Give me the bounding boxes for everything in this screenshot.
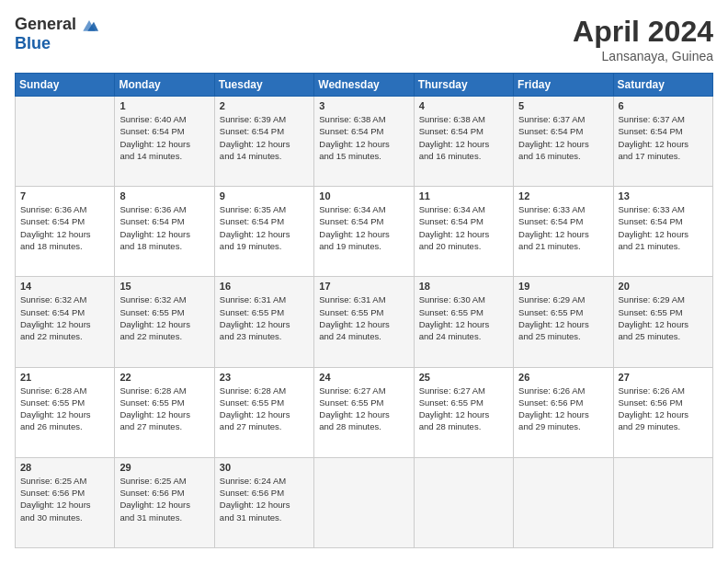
day-number: 13	[619, 190, 708, 201]
table-row: 8Sunrise: 6:36 AM Sunset: 6:54 PM Daylig…	[115, 187, 214, 277]
day-info: Sunrise: 6:38 AM Sunset: 6:54 PM Dayligh…	[319, 113, 408, 162]
day-number: 16	[220, 281, 309, 292]
day-info: Sunrise: 6:27 AM Sunset: 6:55 PM Dayligh…	[419, 385, 508, 433]
table-row	[414, 457, 513, 547]
day-info: Sunrise: 6:25 AM Sunset: 6:56 PM Dayligh…	[119, 475, 209, 523]
day-info: Sunrise: 6:25 AM Sunset: 6:56 PM Dayligh…	[20, 475, 109, 523]
day-number: 25	[419, 372, 508, 383]
day-number: 12	[518, 190, 608, 201]
table-row: 22Sunrise: 6:28 AM Sunset: 6:55 PM Dayli…	[115, 367, 214, 457]
table-row: 17Sunrise: 6:31 AM Sunset: 6:55 PM Dayli…	[314, 277, 414, 367]
day-info: Sunrise: 6:37 AM Sunset: 6:54 PM Dayligh…	[619, 113, 708, 162]
day-number: 28	[20, 462, 109, 473]
logo-blue-text: Blue	[15, 34, 51, 53]
header-wednesday: Wednesday	[314, 74, 414, 97]
table-row: 1Sunrise: 6:40 AM Sunset: 6:54 PM Daylig…	[115, 97, 214, 187]
table-row: 26Sunrise: 6:26 AM Sunset: 6:56 PM Dayli…	[514, 367, 613, 457]
day-info: Sunrise: 6:36 AM Sunset: 6:54 PM Dayligh…	[20, 203, 109, 252]
day-info: Sunrise: 6:24 AM Sunset: 6:56 PM Dayligh…	[220, 475, 309, 523]
day-number: 20	[619, 281, 708, 292]
day-number: 23	[220, 372, 309, 383]
day-number: 24	[319, 372, 408, 383]
day-info: Sunrise: 6:34 AM Sunset: 6:54 PM Dayligh…	[319, 203, 408, 252]
day-number: 4	[419, 100, 508, 111]
page: General Blue April 2024 Lansanaya, Guine…	[0, 0, 728, 563]
calendar-week-row: 28Sunrise: 6:25 AM Sunset: 6:56 PM Dayli…	[16, 457, 713, 547]
header-thursday: Thursday	[414, 74, 513, 97]
table-row: 27Sunrise: 6:26 AM Sunset: 6:56 PM Dayli…	[613, 367, 712, 457]
logo: General Blue	[15, 15, 98, 53]
day-number: 21	[20, 372, 109, 383]
day-number: 2	[220, 100, 309, 111]
calendar-week-row: 21Sunrise: 6:28 AM Sunset: 6:55 PM Dayli…	[16, 367, 713, 457]
table-row: 2Sunrise: 6:39 AM Sunset: 6:54 PM Daylig…	[214, 97, 313, 187]
day-info: Sunrise: 6:34 AM Sunset: 6:54 PM Dayligh…	[419, 203, 508, 252]
title-area: April 2024 Lansanaya, Guinea	[573, 15, 713, 63]
day-info: Sunrise: 6:32 AM Sunset: 6:55 PM Dayligh…	[119, 293, 209, 342]
location-subtitle: Lansanaya, Guinea	[573, 49, 713, 63]
day-number: 3	[319, 100, 408, 111]
day-info: Sunrise: 6:40 AM Sunset: 6:54 PM Dayligh…	[119, 113, 209, 162]
day-number: 29	[119, 462, 209, 473]
header-sunday: Sunday	[16, 74, 115, 97]
day-info: Sunrise: 6:36 AM Sunset: 6:54 PM Dayligh…	[119, 203, 209, 252]
table-row: 5Sunrise: 6:37 AM Sunset: 6:54 PM Daylig…	[514, 97, 613, 187]
table-row	[514, 457, 613, 547]
table-row: 4Sunrise: 6:38 AM Sunset: 6:54 PM Daylig…	[414, 97, 513, 187]
logo-general-text: General	[15, 15, 76, 34]
day-info: Sunrise: 6:26 AM Sunset: 6:56 PM Dayligh…	[518, 385, 608, 433]
header-monday: Monday	[115, 74, 214, 97]
table-row: 11Sunrise: 6:34 AM Sunset: 6:54 PM Dayli…	[414, 187, 513, 277]
logo-icon	[80, 16, 98, 34]
day-number: 9	[220, 190, 309, 201]
table-row: 23Sunrise: 6:28 AM Sunset: 6:55 PM Dayli…	[214, 367, 313, 457]
table-row: 19Sunrise: 6:29 AM Sunset: 6:55 PM Dayli…	[514, 277, 613, 367]
table-row: 9Sunrise: 6:35 AM Sunset: 6:54 PM Daylig…	[214, 187, 313, 277]
day-info: Sunrise: 6:31 AM Sunset: 6:55 PM Dayligh…	[319, 293, 408, 342]
header: General Blue April 2024 Lansanaya, Guine…	[15, 15, 713, 63]
table-row: 16Sunrise: 6:31 AM Sunset: 6:55 PM Dayli…	[214, 277, 313, 367]
month-title: April 2024	[573, 15, 713, 49]
day-number: 11	[419, 190, 508, 201]
day-number: 14	[20, 281, 109, 292]
day-info: Sunrise: 6:33 AM Sunset: 6:54 PM Dayligh…	[518, 203, 608, 252]
day-info: Sunrise: 6:29 AM Sunset: 6:55 PM Dayligh…	[619, 293, 708, 342]
header-tuesday: Tuesday	[214, 74, 313, 97]
day-number: 18	[419, 281, 508, 292]
day-number: 30	[220, 462, 309, 473]
header-saturday: Saturday	[613, 74, 712, 97]
day-number: 15	[119, 281, 209, 292]
day-info: Sunrise: 6:28 AM Sunset: 6:55 PM Dayligh…	[20, 385, 109, 433]
calendar-week-row: 7Sunrise: 6:36 AM Sunset: 6:54 PM Daylig…	[16, 187, 713, 277]
weekday-header-row: Sunday Monday Tuesday Wednesday Thursday…	[16, 74, 713, 97]
table-row: 13Sunrise: 6:33 AM Sunset: 6:54 PM Dayli…	[613, 187, 712, 277]
table-row	[613, 457, 712, 547]
day-info: Sunrise: 6:26 AM Sunset: 6:56 PM Dayligh…	[619, 385, 708, 433]
table-row: 18Sunrise: 6:30 AM Sunset: 6:55 PM Dayli…	[414, 277, 513, 367]
day-number: 5	[518, 100, 608, 111]
calendar-week-row: 14Sunrise: 6:32 AM Sunset: 6:54 PM Dayli…	[16, 277, 713, 367]
table-row: 24Sunrise: 6:27 AM Sunset: 6:55 PM Dayli…	[314, 367, 414, 457]
table-row: 28Sunrise: 6:25 AM Sunset: 6:56 PM Dayli…	[16, 457, 115, 547]
table-row: 29Sunrise: 6:25 AM Sunset: 6:56 PM Dayli…	[115, 457, 214, 547]
day-number: 10	[319, 190, 408, 201]
day-info: Sunrise: 6:30 AM Sunset: 6:55 PM Dayligh…	[419, 293, 508, 342]
day-info: Sunrise: 6:38 AM Sunset: 6:54 PM Dayligh…	[419, 113, 508, 162]
day-info: Sunrise: 6:37 AM Sunset: 6:54 PM Dayligh…	[518, 113, 608, 162]
table-row: 10Sunrise: 6:34 AM Sunset: 6:54 PM Dayli…	[314, 187, 414, 277]
table-row: 7Sunrise: 6:36 AM Sunset: 6:54 PM Daylig…	[16, 187, 115, 277]
day-info: Sunrise: 6:33 AM Sunset: 6:54 PM Dayligh…	[619, 203, 708, 252]
calendar-week-row: 1Sunrise: 6:40 AM Sunset: 6:54 PM Daylig…	[16, 97, 713, 187]
day-info: Sunrise: 6:35 AM Sunset: 6:54 PM Dayligh…	[220, 203, 309, 252]
day-info: Sunrise: 6:29 AM Sunset: 6:55 PM Dayligh…	[518, 293, 608, 342]
day-number: 7	[20, 190, 109, 201]
table-row	[314, 457, 414, 547]
table-row: 12Sunrise: 6:33 AM Sunset: 6:54 PM Dayli…	[514, 187, 613, 277]
day-number: 22	[119, 372, 209, 383]
day-number: 27	[619, 372, 708, 383]
table-row: 15Sunrise: 6:32 AM Sunset: 6:55 PM Dayli…	[115, 277, 214, 367]
table-row: 14Sunrise: 6:32 AM Sunset: 6:54 PM Dayli…	[16, 277, 115, 367]
day-info: Sunrise: 6:28 AM Sunset: 6:55 PM Dayligh…	[119, 385, 209, 433]
day-info: Sunrise: 6:28 AM Sunset: 6:55 PM Dayligh…	[220, 385, 309, 433]
day-number: 26	[518, 372, 608, 383]
